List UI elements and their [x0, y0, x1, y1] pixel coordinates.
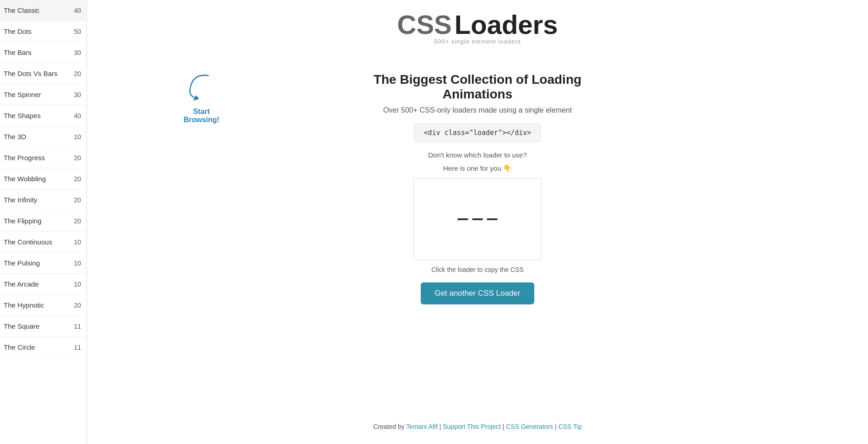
- sidebar-item-the-continuous[interactable]: The Continuous10: [0, 232, 87, 253]
- sidebar-item-the-arcade[interactable]: The Arcade10: [0, 274, 87, 295]
- sidebar-item-badge: 10: [74, 238, 81, 246]
- sidebar-item-the-wobbling[interactable]: The Wobbling20: [0, 168, 87, 190]
- sidebar-item-label: The Hypnotic: [4, 301, 44, 309]
- sidebar-item-badge: 40: [74, 112, 81, 119]
- main-content: StartBrowsing! CSS Loaders 500+ single e…: [87, 0, 868, 444]
- copy-hint: Click the loader to copy the CSS: [340, 266, 615, 273]
- sidebar-item-the-spinner[interactable]: The Spinner30: [0, 84, 87, 105]
- logo-row: CSS Loaders: [397, 9, 558, 40]
- code-snippet: <div class="loader"></div>: [414, 124, 541, 142]
- sidebar-item-the-bars[interactable]: The Bars30: [0, 42, 87, 63]
- sidebar-item-badge: 20: [74, 154, 81, 162]
- sidebar-item-the-circle[interactable]: The Circle11: [0, 337, 87, 358]
- sidebar-item-the-pulsing[interactable]: The Pulsing10: [0, 253, 87, 274]
- sidebar-item-badge: 20: [74, 196, 81, 204]
- sidebar-item-label: The Dots: [4, 27, 32, 35]
- sidebar-item-badge: 10: [74, 281, 81, 288]
- sidebar-item-label: The Continuous: [4, 238, 52, 246]
- hero-section: The Biggest Collection of Loading Animat…: [340, 72, 615, 323]
- sidebar-item-the-hypnotic[interactable]: The Hypnotic20: [0, 295, 87, 316]
- sidebar-item-badge: 10: [74, 133, 81, 141]
- hero-title: The Biggest Collection of Loading Animat…: [340, 72, 615, 102]
- start-browsing-annotation: StartBrowsing!: [183, 69, 220, 124]
- loader-preview-box[interactable]: [413, 178, 542, 260]
- sidebar-item-the-infinity[interactable]: The Infinity20: [0, 190, 87, 211]
- hand-icon: 👇: [503, 164, 512, 172]
- logo-area: CSS Loaders 500+ single element loaders: [397, 9, 558, 45]
- sidebar-item-the-classic[interactable]: The Classic40: [0, 0, 87, 21]
- logo-css: CSS: [397, 9, 452, 40]
- suggest-text-line1: Don't know which loader to use?: [340, 151, 615, 159]
- footer: Created by Temani Afif | Support This Pr…: [373, 423, 582, 435]
- sidebar-item-the-flipping[interactable]: The Flipping20: [0, 211, 87, 232]
- footer-created-by: Created by: [373, 423, 404, 430]
- sidebar-item-label: The Bars: [4, 49, 32, 56]
- get-another-loader-button[interactable]: Get another CSS Loader: [421, 282, 534, 304]
- sidebar-item-badge: 20: [74, 70, 81, 77]
- sidebar-item-badge: 10: [74, 260, 81, 267]
- footer-author-link[interactable]: Temani Afif: [406, 423, 437, 430]
- suggest-text-line2: Here is one for you 👇: [340, 164, 615, 173]
- sidebar-item-label: The Shapes: [4, 112, 41, 119]
- sidebar-item-badge: 11: [74, 344, 81, 351]
- sidebar: The Classic40The Dots50The Bars30The Dot…: [0, 0, 87, 444]
- arrow-icon: [183, 69, 220, 105]
- sidebar-item-the-shapes[interactable]: The Shapes40: [0, 105, 87, 126]
- hero-subtitle: Over 500+ CSS-only loaders made using a …: [340, 106, 615, 114]
- dash-1: [457, 218, 468, 220]
- sidebar-item-badge: 30: [74, 91, 81, 98]
- sidebar-item-badge: 20: [74, 217, 81, 225]
- sidebar-item-label: The Arcade: [4, 280, 39, 288]
- sidebar-item-label: The Circle: [4, 343, 35, 351]
- dash-2: [472, 218, 483, 220]
- sidebar-item-label: The Square: [4, 322, 39, 330]
- sidebar-item-label: The Classic: [4, 6, 39, 14]
- footer-support-link[interactable]: Support This Project: [443, 423, 501, 430]
- footer-generators-link[interactable]: CSS Generators: [506, 423, 553, 430]
- sidebar-item-label: The Infinity: [4, 196, 37, 204]
- footer-tip-link[interactable]: CSS Tip: [558, 423, 581, 430]
- sidebar-item-label: The Dots Vs Bars: [4, 70, 58, 77]
- sidebar-item-the-3d[interactable]: The 3D10: [0, 126, 87, 147]
- sidebar-item-label: The Spinner: [4, 91, 41, 98]
- dash-loader: [457, 218, 498, 220]
- logo-subtitle: 500+ single element loaders: [434, 38, 521, 45]
- sidebar-item-the-square[interactable]: The Square11: [0, 316, 87, 337]
- sidebar-item-the-dots-vs-bars[interactable]: The Dots Vs Bars20: [0, 63, 87, 84]
- sidebar-item-label: The 3D: [4, 133, 26, 141]
- sidebar-item-the-progress[interactable]: The Progress20: [0, 147, 87, 168]
- sidebar-item-badge: 50: [74, 28, 81, 35]
- sidebar-item-badge: 20: [74, 302, 81, 309]
- sidebar-item-label: The Wobbling: [4, 175, 46, 183]
- logo-loaders: Loaders: [455, 9, 558, 40]
- sidebar-item-badge: 30: [74, 49, 81, 56]
- annotation-text: StartBrowsing!: [184, 108, 219, 124]
- sidebar-item-label: The Flipping: [4, 217, 42, 225]
- sidebar-item-badge: 20: [74, 175, 81, 183]
- sidebar-item-badge: 40: [74, 7, 81, 14]
- sidebar-item-the-dots[interactable]: The Dots50: [0, 21, 87, 42]
- sidebar-item-label: The Progress: [4, 154, 45, 162]
- sidebar-item-label: The Pulsing: [4, 259, 40, 267]
- sidebar-item-badge: 11: [74, 323, 81, 330]
- dash-3: [487, 218, 498, 220]
